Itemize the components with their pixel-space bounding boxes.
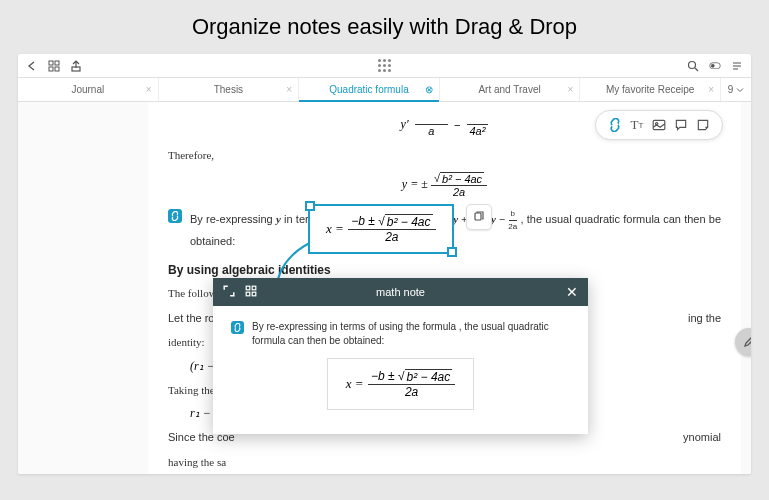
- tab-art[interactable]: Art and Travel×: [440, 78, 581, 101]
- menu-icon[interactable]: [731, 60, 743, 72]
- chevron-down-icon: [736, 86, 744, 94]
- svg-rect-12: [252, 286, 256, 290]
- svg-rect-1: [55, 61, 59, 65]
- tab-close-icon[interactable]: ×: [708, 84, 714, 95]
- tab-label: Art and Travel: [478, 84, 540, 95]
- text-fragment: By re-expressing: [190, 213, 276, 225]
- svg-rect-13: [246, 292, 250, 296]
- svg-rect-4: [72, 67, 80, 71]
- tab-label: Journal: [71, 84, 104, 95]
- toggle-icon[interactable]: [709, 60, 721, 72]
- popup-title: math note: [376, 286, 425, 298]
- copy-button[interactable]: [466, 204, 492, 230]
- tab-label: My favorite Receipe: [606, 84, 694, 95]
- link-icon[interactable]: [606, 116, 624, 134]
- floating-format-toolbar: TT: [595, 110, 723, 140]
- tab-close-icon[interactable]: ×: [286, 84, 292, 95]
- tab-label: Thesis: [214, 84, 243, 95]
- tab-label: Quadratic formula: [329, 84, 408, 95]
- tab-journal[interactable]: Journal×: [18, 78, 159, 101]
- section-heading: By using algebraic identities: [168, 263, 721, 277]
- svg-point-5: [689, 61, 696, 68]
- text-style-icon[interactable]: TT: [628, 116, 646, 134]
- tab-close-icon[interactable]: ⊗: [425, 84, 433, 95]
- promo-title: Organize notes easily with Drag & Drop: [0, 0, 769, 54]
- popup-body: By re-expressing in terms of using the f…: [213, 306, 588, 434]
- image-icon[interactable]: [650, 116, 668, 134]
- expand-icon[interactable]: [223, 285, 235, 299]
- share-icon[interactable]: [70, 60, 82, 72]
- formula-display: y = ± √b² − 4ac 2a: [168, 172, 721, 198]
- tab-close-icon[interactable]: ×: [146, 84, 152, 95]
- paragraph: having the sa: [168, 454, 721, 471]
- grid-view-icon[interactable]: [48, 60, 60, 72]
- top-toolbar: [18, 54, 751, 78]
- close-icon[interactable]: ✕: [566, 284, 578, 300]
- popup-header[interactable]: math note ✕: [213, 278, 588, 306]
- svg-rect-2: [49, 67, 53, 71]
- svg-rect-3: [55, 67, 59, 71]
- link-icon[interactable]: [168, 209, 182, 223]
- svg-point-7: [711, 64, 714, 67]
- svg-rect-10: [475, 213, 481, 220]
- page-number-selector[interactable]: 9: [721, 78, 751, 101]
- popup-formula-box: x = −b ± √b² − 4ac 2a: [327, 358, 475, 410]
- comment-icon[interactable]: [672, 116, 690, 134]
- text-fragment: ynomial: [683, 429, 721, 446]
- back-icon[interactable]: [26, 60, 38, 72]
- tab-thesis[interactable]: Thesis×: [159, 78, 300, 101]
- math-note-popup: math note ✕ By re-expressing in terms of…: [213, 278, 588, 434]
- therefore-text: Therefore,: [168, 147, 721, 164]
- svg-rect-14: [252, 292, 256, 296]
- text-fragment: ing the: [688, 310, 721, 327]
- tab-quadratic[interactable]: Quadratic formula⊗: [299, 78, 440, 101]
- grid-icon[interactable]: [245, 285, 257, 299]
- page-number: 9: [728, 84, 734, 95]
- svg-rect-11: [246, 286, 250, 290]
- app-menu-icon[interactable]: [378, 59, 391, 72]
- tab-bar: Journal× Thesis× Quadratic formula⊗ Art …: [18, 78, 751, 102]
- link-icon[interactable]: [231, 321, 244, 334]
- popup-paragraph: By re-expressing in terms of using the f…: [252, 320, 570, 348]
- tab-close-icon[interactable]: ×: [568, 84, 574, 95]
- note-icon[interactable]: [694, 116, 712, 134]
- svg-rect-0: [49, 61, 53, 65]
- selected-formula-box[interactable]: x = −b ± √b² − 4ac 2a: [308, 204, 454, 254]
- tab-recipe[interactable]: My favorite Receipe×: [580, 78, 721, 101]
- formula-text: x =: [326, 221, 344, 236]
- search-icon[interactable]: [687, 60, 699, 72]
- app-window: Journal× Thesis× Quadratic formula⊗ Art …: [18, 54, 751, 474]
